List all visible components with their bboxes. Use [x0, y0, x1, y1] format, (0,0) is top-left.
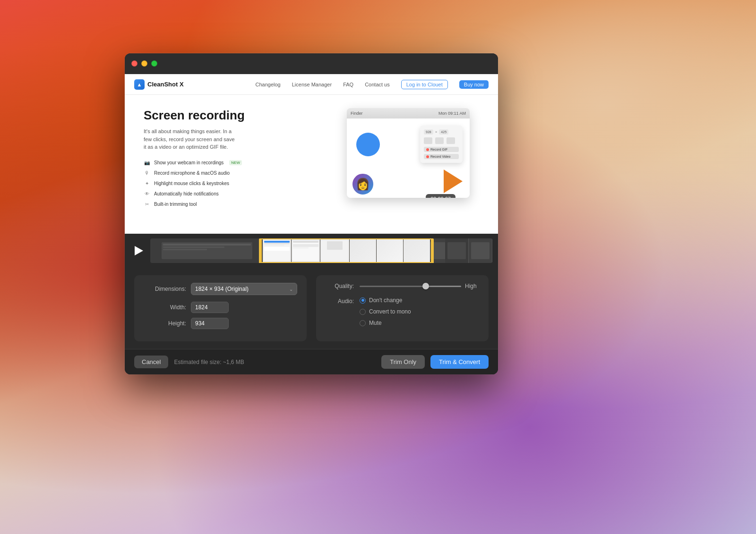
finder-titlebar: Finder Mon 09:11 AM [347, 108, 470, 119]
maximize-button[interactable] [151, 60, 157, 67]
record-dim-w: 928 [424, 129, 433, 135]
play-button[interactable] [130, 243, 146, 258]
height-row: Height: [144, 318, 297, 329]
record-video-label: Record Video [430, 155, 450, 158]
quality-label: Quality: [326, 283, 354, 289]
feature-5: ✂ Built-in trimming tool [144, 201, 335, 208]
feature-2-text: Record microphone & macOS audio [154, 170, 230, 176]
nav-contact[interactable]: Contact us [365, 82, 390, 87]
nav-license[interactable]: License Manager [292, 82, 332, 87]
file-size-text: Estimated file size: ~1,6 MB [174, 359, 376, 365]
feature-1: 📷 Show your webcam in recordings NEW [144, 160, 335, 166]
dimensions-label: Dimensions: [144, 286, 186, 292]
filmstrip-frame-r2 [469, 238, 492, 263]
filmstrip-frame-1 [150, 238, 264, 263]
avatar: 👩 [352, 173, 374, 195]
panel-left: Dimensions: 1824 × 934 (Original) ⌄ Widt… [134, 275, 307, 341]
width-input[interactable] [191, 302, 229, 313]
logo-icon: ▲ [134, 79, 145, 90]
feature-list: 📷 Show your webcam in recordings NEW 🎙 R… [144, 160, 335, 208]
record-video-btn[interactable]: Record Video [424, 154, 459, 159]
controls-panel: Dimensions: 1824 × 934 (Original) ⌄ Widt… [125, 268, 498, 349]
audio-radio-group: Don't change Convert to mono Mute [360, 297, 411, 326]
play-arrow [444, 170, 463, 193]
slider-thumb [422, 283, 429, 289]
feature-4: 👁 Automatically hide notifications [144, 191, 335, 197]
cancel-button[interactable]: Cancel [134, 356, 168, 368]
dimensions-select-inner: 1824 × 934 (Original) ⌄ [195, 286, 293, 292]
site-right: Finder Mon 09:11 AM 928 × 425 [347, 108, 479, 198]
feature-3-text: Highlight mouse clicks & keystrokes [154, 181, 229, 186]
sel-frame-5 [377, 239, 403, 262]
filmstrip-frame-r1 [445, 238, 469, 263]
feature-5-text: Built-in trimming tool [154, 202, 197, 207]
quality-slider-container: High [360, 283, 479, 289]
site-logo: ▲ CleanShot X [134, 79, 184, 90]
avatar-face: 👩 [356, 178, 370, 191]
audio-option-mute[interactable]: Mute [360, 320, 411, 326]
sel-frame-3 [320, 239, 349, 262]
record-panel: 928 × 425 Record GIF [420, 126, 463, 163]
filmstrip [150, 238, 492, 263]
blue-circle [356, 133, 380, 156]
audio-option-dont-change[interactable]: Don't change [360, 297, 411, 304]
nav-changelog[interactable]: Changelog [256, 82, 281, 87]
audio-label-mute: Mute [369, 320, 382, 326]
record-gif-label: Record GIF [430, 148, 447, 151]
feature-2-icon: 🎙 [144, 170, 150, 177]
selection-handle-right[interactable] [431, 239, 434, 263]
panel-right: Quality: High Audio: Don't change [316, 275, 489, 341]
site-nav: ▲ CleanShot X Changelog License Manager … [125, 74, 498, 95]
logo-text: CleanShot X [147, 81, 184, 88]
nav-login[interactable]: Log in to Clouet [401, 80, 448, 89]
nav-faq[interactable]: FAQ [343, 82, 353, 87]
finder-window: Finder Mon 09:11 AM 928 × 425 [347, 108, 470, 198]
feature-1-text: Show your webcam in recordings [154, 160, 223, 165]
audio-label-mono: Convert to mono [369, 308, 411, 315]
record-dims-row: 928 × 425 [424, 129, 459, 135]
audio-label-dont-change: Don't change [369, 297, 402, 304]
selected-frames [263, 239, 430, 262]
trim-only-button[interactable]: Trim Only [381, 355, 425, 369]
record-dim-h: 425 [439, 129, 448, 135]
record-dot-2 [426, 155, 429, 158]
browser-content: ▲ CleanShot X Changelog License Manager … [125, 74, 498, 234]
close-button[interactable] [131, 60, 137, 67]
play-icon [135, 246, 143, 255]
nav-buy[interactable]: Buy now [459, 80, 489, 89]
trim-convert-button[interactable]: Trim & Convert [430, 355, 489, 369]
width-row: Width: [144, 302, 297, 313]
feature-2: 🎙 Record microphone & macOS audio [144, 170, 335, 177]
radio-dot-1 [361, 299, 364, 302]
height-input[interactable] [191, 318, 229, 329]
selection-box[interactable] [259, 238, 434, 263]
feature-3-icon: ✦ [144, 180, 150, 187]
record-gif-btn[interactable]: Record GIF [424, 147, 459, 152]
feature-4-icon: 👁 [144, 191, 150, 197]
site-description: It's all about making things easier. In … [144, 127, 238, 151]
traffic-lights [131, 60, 157, 67]
finder-body: 928 × 425 Record GIF [347, 119, 470, 198]
bottom-bar: Cancel Estimated file size: ~1,6 MB Trim… [125, 349, 498, 374]
quality-value: High [465, 283, 479, 289]
feature-5-icon: ✂ [144, 201, 150, 208]
main-window: ▲ CleanShot X Changelog License Manager … [125, 53, 498, 374]
feature-3: ✦ Highlight mouse clicks & keystrokes [144, 180, 335, 187]
dimensions-value: 1824 × 934 (Original) [195, 286, 249, 292]
feature-1-icon: 📷 [144, 160, 150, 166]
title-bar [125, 53, 498, 74]
dimensions-select[interactable]: 1824 × 934 (Original) ⌄ [191, 283, 297, 295]
record-dot-1 [426, 148, 429, 151]
quality-slider[interactable] [360, 286, 461, 287]
height-label: Height: [144, 320, 186, 327]
dimensions-row: Dimensions: 1824 × 934 (Original) ⌄ [144, 283, 297, 295]
width-label: Width: [144, 304, 186, 311]
audio-label: Audio: [326, 297, 354, 305]
finder-title: Finder [351, 111, 363, 116]
site-main: Screen recording It's all about making t… [125, 95, 498, 221]
selection-handle-left[interactable] [259, 239, 262, 263]
minimize-button[interactable] [141, 60, 147, 67]
audio-row: Audio: Don't change Convert to mono [326, 297, 479, 326]
sel-frame-6 [404, 239, 430, 262]
audio-option-mono[interactable]: Convert to mono [360, 308, 411, 315]
